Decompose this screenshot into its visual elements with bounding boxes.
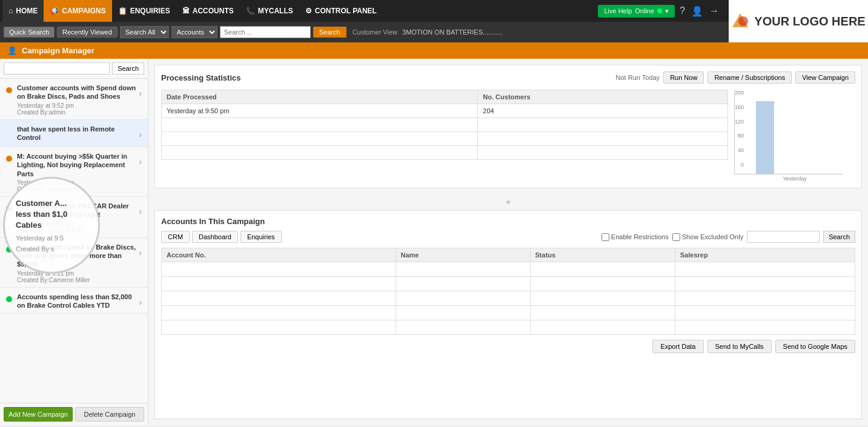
accounts-search-input[interactable] bbox=[747, 231, 820, 243]
campaign-item[interactable]: New Product Alert: PACCAR Dealer not buy… bbox=[0, 197, 148, 238]
recently-viewed-tab[interactable]: Recently Viewed bbox=[57, 27, 118, 38]
col-num-customers: No. Customers bbox=[478, 90, 728, 104]
nav-control-panel[interactable]: ⚙ CONTROL PANEL bbox=[299, 0, 383, 22]
campaign-title: Accounts spending less than $2,000 on Br… bbox=[17, 293, 136, 310]
crm-button[interactable]: CRM bbox=[161, 231, 190, 243]
search-button[interactable]: Search bbox=[313, 27, 346, 38]
send-mycalls-button[interactable]: Send to MyCalls bbox=[707, 340, 772, 353]
logo-icon bbox=[731, 12, 749, 30]
svg-point-1 bbox=[738, 16, 748, 26]
chevron-right-icon: › bbox=[136, 152, 142, 167]
motion-text: 3MOTION ON BATTERIES........... bbox=[402, 28, 503, 36]
run-now-button[interactable]: Run Now bbox=[663, 71, 704, 84]
online-dot bbox=[657, 8, 662, 13]
campaign-created: Created By:sales-iadmin bbox=[17, 186, 136, 193]
enable-restrictions-checkbox[interactable] bbox=[601, 233, 609, 241]
chevron-right-icon: › bbox=[136, 125, 142, 139]
send-google-maps-button[interactable]: Send to Google Maps bbox=[775, 340, 855, 353]
nav-mycalls[interactable]: 📞 MYCALLS bbox=[240, 0, 299, 22]
sidebar-search-input[interactable] bbox=[4, 62, 110, 74]
search-all-select[interactable]: Search All Accounts Contacts bbox=[120, 26, 169, 38]
stats-title: Processing Statistics bbox=[161, 73, 241, 82]
stats-actions: Not Run Today Run Now Rename / Subscript… bbox=[616, 71, 855, 84]
export-data-button[interactable]: Export Data bbox=[652, 340, 703, 353]
table-row bbox=[162, 118, 728, 132]
live-help-label: Live Help bbox=[604, 7, 632, 15]
accounts-table: Account No. Name Status Salesrep bbox=[161, 248, 855, 335]
accounts-toolbar: CRM Dashboard Enquiries Enable Restricti… bbox=[161, 231, 855, 243]
nav-home[interactable]: ⌂ HOME bbox=[2, 0, 44, 22]
campaign-title: that have spent less in Remote Control bbox=[17, 125, 136, 142]
stats-table-wrap: Date Processed No. Customers Yesterday a… bbox=[161, 90, 728, 182]
sidebar-search: Search bbox=[0, 59, 148, 79]
stats-header: Processing Statistics Not Run Today Run … bbox=[161, 71, 855, 84]
quick-search-tab[interactable]: Quick Search bbox=[4, 27, 55, 38]
sidebar-search-button[interactable]: Search bbox=[112, 62, 144, 74]
col-status: Status bbox=[530, 248, 675, 262]
chevron-right-icon: › bbox=[136, 293, 142, 307]
enquiries-icon: 📋 bbox=[118, 7, 127, 15]
rename-subscriptions-button[interactable]: Rename / Subscriptions bbox=[707, 71, 792, 84]
enable-restrictions-label[interactable]: Enable Restrictions bbox=[601, 233, 669, 241]
campaign-time: Yesterday at 9:45 pm bbox=[17, 179, 136, 186]
campaign-item[interactable]: Customer accounts with Spend down on Bra… bbox=[0, 79, 148, 120]
accounts-toolbar-left: CRM Dashboard Enquiries bbox=[161, 231, 282, 243]
sidebar: Search Customer accounts with Spend down… bbox=[0, 59, 148, 425]
campaign-item[interactable]: Accounts with spend on Brake Discs, Pads… bbox=[0, 238, 148, 288]
add-campaign-button[interactable]: Add New Campaign bbox=[4, 407, 73, 422]
stats-table: Date Processed No. Customers Yesterday a… bbox=[161, 90, 728, 160]
chevron-right-icon: › bbox=[136, 243, 142, 257]
campaign-manager-title: Campaign Manager bbox=[22, 46, 94, 55]
date-processed-cell: Yesterday at 9:50 pm bbox=[162, 104, 478, 118]
campaign-status-dot bbox=[6, 205, 12, 211]
accounts-icon: 🏛 bbox=[182, 7, 190, 15]
campaign-created: Created By:sales-iadmin bbox=[17, 227, 136, 234]
campaign-time: Yesterday at 9:52 pm bbox=[17, 102, 136, 109]
add-section-divider[interactable]: + bbox=[148, 194, 868, 210]
chevron-right-icon: › bbox=[136, 84, 142, 98]
campaign-item[interactable]: M: Account buying >$5k Quarter in Lighti… bbox=[0, 147, 148, 197]
show-excluded-label[interactable]: Show Excluded Only bbox=[672, 233, 744, 241]
campaign-item[interactable]: Accounts spending less than $2,000 on Br… bbox=[0, 288, 148, 314]
enquiries-button[interactable]: Enquiries bbox=[240, 231, 282, 243]
campaign-status-dot bbox=[6, 156, 12, 162]
delete-campaign-button[interactable]: Delete Campaign bbox=[75, 407, 144, 422]
processing-statistics-section: Processing Statistics Not Run Today Run … bbox=[154, 65, 862, 188]
chart-x-label: Yesterday bbox=[734, 176, 855, 182]
customer-view-label: Customer View bbox=[353, 28, 397, 36]
show-excluded-checkbox[interactable] bbox=[672, 233, 680, 241]
live-help-button[interactable]: Live Help Online ▾ bbox=[598, 5, 675, 18]
view-campaign-button[interactable]: View Campaign bbox=[795, 71, 855, 84]
accounts-select[interactable]: Accounts Contacts All bbox=[171, 26, 217, 38]
help-icon-button[interactable]: ? bbox=[678, 4, 686, 18]
accounts-toolbar-right: Enable Restrictions Show Excluded Only S… bbox=[601, 231, 855, 243]
chart-bar bbox=[756, 101, 774, 174]
dashboard-button[interactable]: Dashboard bbox=[192, 231, 238, 243]
col-salesrep: Salesrep bbox=[675, 248, 855, 262]
campaign-item[interactable]: that have spent less in Remote Control › bbox=[0, 120, 148, 148]
stats-body: Date Processed No. Customers Yesterday a… bbox=[161, 90, 855, 182]
campaign-title: Customer accounts with Spend down on Bra… bbox=[17, 84, 136, 101]
table-row bbox=[162, 320, 855, 335]
chart-wrap: 200 160 120 80 40 0 Yesterday bbox=[734, 90, 855, 182]
campaign-time: Yesterday at 9:41 pm bbox=[17, 220, 136, 227]
search-input[interactable] bbox=[220, 26, 311, 38]
campaign-manager-bar: 👤 Campaign Manager bbox=[0, 42, 868, 59]
accounts-search-button[interactable]: Search bbox=[823, 231, 855, 243]
col-account-no: Account No. bbox=[162, 248, 396, 262]
table-row bbox=[162, 132, 728, 146]
chevron-down-icon: ▾ bbox=[665, 7, 669, 15]
chevron-right-icon: › bbox=[136, 202, 142, 216]
col-date-processed: Date Processed bbox=[162, 90, 478, 104]
table-row bbox=[162, 306, 855, 320]
arrow-icon-button[interactable]: → bbox=[708, 4, 720, 18]
user-icon-button[interactable]: 👤 bbox=[690, 4, 704, 18]
nav-enquiries[interactable]: 📋 ENQUIRIES bbox=[112, 0, 176, 22]
campaign-status-dot bbox=[6, 296, 12, 302]
col-name: Name bbox=[396, 248, 530, 262]
campaign-time: Yesterday at 9:11 pm bbox=[17, 270, 136, 277]
table-row bbox=[162, 146, 728, 160]
table-row bbox=[162, 291, 855, 306]
nav-accounts[interactable]: 🏛 ACCOUNTS bbox=[176, 0, 240, 22]
nav-campaigns[interactable]: 📢 CAMPAIGNS bbox=[44, 0, 111, 22]
